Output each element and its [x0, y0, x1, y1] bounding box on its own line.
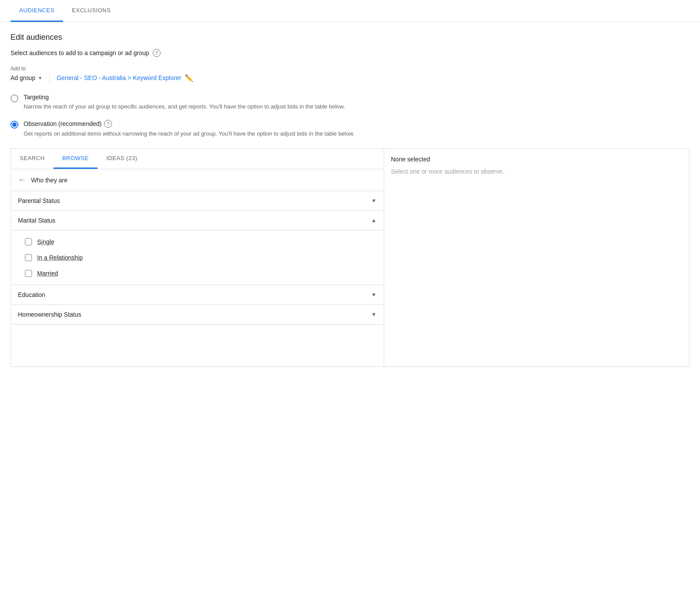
add-to-label: Add to	[10, 66, 690, 72]
help-icon[interactable]: ?	[153, 49, 161, 57]
back-label: Who they are	[31, 177, 67, 184]
add-to-dropdown[interactable]: Ad group ▼	[10, 73, 42, 83]
education-row[interactable]: Education ▼	[11, 285, 384, 305]
checkbox-single[interactable]	[25, 238, 32, 245]
parental-status-row[interactable]: Parental Status ▼	[11, 191, 384, 211]
campaign-link[interactable]: General - SEO - Australia > Keyword Expl…	[57, 74, 193, 82]
checkbox-item-in-relationship[interactable]: In a Relationship	[18, 250, 384, 265]
add-to-section: Add to Ad group ▼ General - SEO - Austra…	[10, 66, 690, 83]
tab-ideas[interactable]: IDEAS (23)	[98, 149, 146, 169]
select-hint: Select one or more audiences to observe.	[391, 168, 682, 175]
marital-status-items: Single In a Relationship Married	[11, 230, 384, 285]
subtitle-row: Select audiences to add to a campaign or…	[10, 49, 690, 57]
page-title: Edit audiences	[10, 33, 690, 42]
right-panel: None selected Select one or more audienc…	[384, 149, 690, 367]
in-relationship-label: In a Relationship	[37, 254, 83, 261]
education-label: Education	[18, 291, 45, 298]
observation-desc: Get reports on additional items without …	[24, 129, 354, 138]
homeownership-label: Homeownership Status	[18, 311, 81, 318]
observation-radio[interactable]	[10, 121, 18, 129]
targeting-label: Targeting	[24, 94, 345, 101]
targeting-option: Targeting Narrow the reach of your ad gr…	[10, 94, 690, 111]
main-content: Edit audiences Select audiences to add t…	[0, 22, 700, 377]
left-panel: SEARCH BROWSE IDEAS (23) ← Who they are …	[11, 149, 384, 367]
observation-help-icon[interactable]: ?	[104, 120, 112, 128]
parental-status-label: Parental Status	[18, 197, 60, 204]
homeownership-chevron-down-icon: ▼	[371, 311, 377, 318]
checkbox-item-single[interactable]: Single	[18, 234, 384, 250]
observation-content: Observation (recommended) ? Get reports …	[24, 120, 354, 138]
observation-option: Observation (recommended) ? Get reports …	[10, 120, 690, 138]
parental-chevron-down-icon: ▼	[371, 198, 377, 204]
tab-browse[interactable]: BROWSE	[53, 149, 98, 169]
tab-exclusions[interactable]: EXCLUSIONS	[63, 0, 119, 22]
add-to-row: Ad group ▼ General - SEO - Australia > K…	[10, 73, 690, 83]
vertical-divider	[49, 73, 50, 83]
subtitle-text: Select audiences to add to a campaign or…	[10, 49, 149, 56]
homeownership-row[interactable]: Homeownership Status ▼	[11, 305, 384, 325]
marital-status-row[interactable]: Marital Status ▲	[11, 211, 384, 230]
observation-label: Observation (recommended) ?	[24, 120, 354, 128]
back-arrow-icon: ←	[18, 175, 26, 185]
education-chevron-down-icon: ▼	[371, 292, 377, 298]
marital-chevron-up-icon: ▲	[371, 217, 377, 223]
chevron-down-icon: ▼	[38, 76, 42, 80]
browse-container: SEARCH BROWSE IDEAS (23) ← Who they are …	[10, 148, 690, 367]
top-tabs: AUDIENCES EXCLUSIONS	[0, 0, 700, 22]
edit-icon[interactable]: ✏️	[185, 74, 193, 82]
targeting-desc: Narrow the reach of your ad group to spe…	[24, 102, 345, 111]
marital-status-label: Marital Status	[18, 217, 56, 224]
tab-search[interactable]: SEARCH	[11, 149, 53, 169]
checkbox-item-married[interactable]: Married	[18, 265, 384, 281]
tab-audiences[interactable]: AUDIENCES	[10, 0, 63, 22]
none-selected-label: None selected	[391, 156, 682, 163]
inner-tabs: SEARCH BROWSE IDEAS (23)	[11, 149, 384, 169]
campaign-link-text: General - SEO - Australia > Keyword Expl…	[57, 74, 181, 81]
single-label: Single	[37, 238, 54, 245]
radio-section: Targeting Narrow the reach of your ad gr…	[10, 94, 690, 138]
checkbox-in-relationship[interactable]	[25, 254, 32, 261]
dropdown-label: Ad group	[10, 74, 35, 81]
back-nav[interactable]: ← Who they are	[11, 169, 384, 191]
checkbox-married[interactable]	[25, 270, 32, 277]
married-label: Married	[37, 270, 58, 277]
targeting-content: Targeting Narrow the reach of your ad gr…	[24, 94, 345, 111]
targeting-radio[interactable]	[10, 94, 18, 102]
